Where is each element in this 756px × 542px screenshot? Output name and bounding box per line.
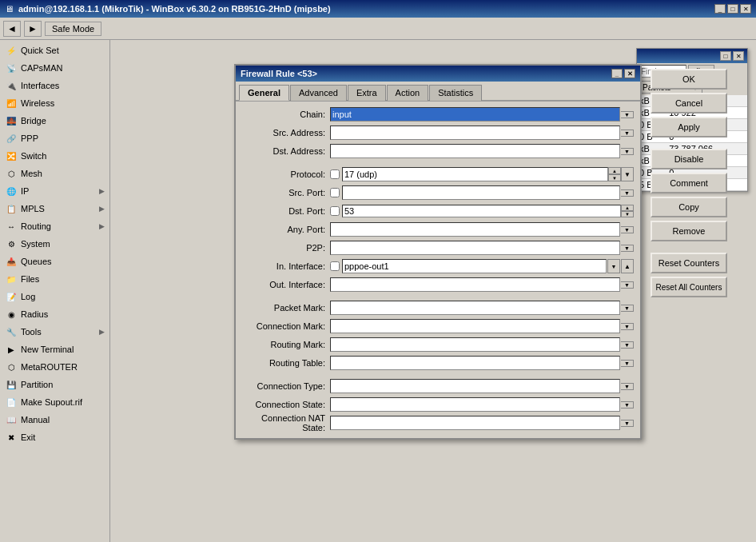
src-address-input[interactable] [330, 126, 620, 140]
src-port-input[interactable] [342, 185, 620, 200]
main-close-btn[interactable]: ✕ [740, 4, 751, 14]
dst-port-down-arrow[interactable]: ▼ [621, 211, 634, 217]
sidebar-item-routing[interactable]: ↔ Routing ▶ [0, 217, 109, 235]
ip-arrow-icon: ▶ [99, 187, 105, 195]
any-port-dropdown-btn[interactable]: ▼ [621, 226, 634, 233]
sidebar-item-make-supout[interactable]: 📄 Make Supout.rif [0, 393, 109, 411]
firewall-rule-dialog: Firewall Rule <53> _ ✕ General Advanced … [234, 64, 642, 440]
routing-table-dropdown-btn[interactable]: ▼ [621, 360, 634, 367]
connection-mark-label: Connection Mark: [242, 321, 330, 331]
bg-close-btn[interactable]: ✕ [733, 51, 744, 61]
dst-address-input[interactable] [330, 144, 620, 158]
chain-dropdown-btn[interactable]: ▼ [621, 111, 634, 118]
dst-address-dropdown-btn[interactable]: ▼ [621, 148, 634, 155]
connection-state-dropdown-btn[interactable]: ▼ [621, 401, 634, 408]
sidebar-item-switch[interactable]: 🔀 Switch [0, 147, 109, 165]
tab-action[interactable]: Action [387, 85, 429, 101]
src-address-dropdown-btn[interactable]: ▼ [621, 130, 634, 137]
connection-nat-state-dropdown-btn[interactable]: ▼ [621, 420, 634, 427]
dst-port-checkbox[interactable] [330, 206, 340, 216]
sidebar-item-bridge[interactable]: 🌉 Bridge [0, 112, 109, 130]
sidebar-item-queues[interactable]: 📥 Queues [0, 253, 109, 270]
in-interface-scroll-btn[interactable]: ▲ [621, 259, 634, 273]
dialog-tabs: General Advanced Extra Action Statistics [236, 82, 640, 102]
ok-button[interactable]: OK [651, 69, 727, 90]
tab-advanced[interactable]: Advanced [290, 85, 347, 101]
protocol-label: Protocol: [242, 169, 330, 179]
bg-restore-btn[interactable]: □ [720, 51, 731, 61]
dst-port-up-arrow[interactable]: ▲ [621, 205, 634, 211]
dialog-minimize-btn[interactable]: _ [611, 69, 623, 78]
wireless-icon: 📶 [5, 97, 18, 110]
packet-mark-dropdown-btn[interactable]: ▼ [621, 305, 634, 312]
routing-mark-dropdown-btn[interactable]: ▼ [621, 341, 634, 349]
out-interface-input[interactable] [330, 277, 620, 292]
sidebar-item-wireless[interactable]: 📶 Wireless [0, 94, 109, 112]
p2p-dropdown-btn[interactable]: ▼ [621, 245, 634, 252]
routing-table-input[interactable] [330, 356, 620, 370]
sidebar-item-capsman[interactable]: 📡 CAPsMAN [0, 59, 109, 77]
protocol-checkbox[interactable] [330, 169, 340, 179]
dst-port-input[interactable] [342, 205, 621, 217]
sidebar-label-queues: Queues [21, 257, 52, 266]
connection-type-input[interactable] [330, 379, 620, 393]
sidebar-item-ip[interactable]: 🌐 IP ▶ [0, 182, 109, 200]
sidebar-item-metarouter[interactable]: ⬡ MetaROUTER [0, 358, 109, 376]
src-port-dropdown-btn[interactable]: ▼ [621, 189, 634, 197]
remove-button[interactable]: Remove [651, 221, 727, 241]
in-interface-select-btn[interactable]: ▼ [607, 259, 620, 273]
sidebar-label-make-supout: Make Supout.rif [21, 397, 82, 407]
sidebar-item-files[interactable]: 📁 Files [0, 270, 109, 288]
packet-mark-input[interactable] [330, 301, 620, 315]
reset-counters-button[interactable]: Reset Counters [651, 253, 727, 273]
sidebar-item-manual[interactable]: 📖 Manual [0, 411, 109, 428]
protocol-down-arrow[interactable]: ▼ [608, 174, 621, 181]
reset-all-counters-button[interactable]: Reset All Counters [651, 277, 727, 297]
sidebar-item-exit[interactable]: ✖ Exit [0, 428, 109, 446]
sidebar-item-ppp[interactable]: 🔗 PPP [0, 130, 109, 147]
sidebar-item-log[interactable]: 📝 Log [0, 288, 109, 305]
connection-nat-state-input[interactable] [330, 416, 620, 430]
tab-extra[interactable]: Extra [348, 85, 386, 101]
routing-mark-input[interactable] [330, 337, 620, 352]
quick-set-icon: ⚡ [5, 44, 18, 57]
sidebar-item-radius[interactable]: ◉ Radius [0, 305, 109, 323]
sidebar-item-mesh[interactable]: ⬡ Mesh [0, 165, 109, 182]
back-button[interactable]: ◄ [3, 21, 21, 37]
main-minimize-btn[interactable]: _ [714, 4, 726, 14]
sidebar-item-new-terminal[interactable]: ▶ New Terminal [0, 341, 109, 358]
sidebar-item-quick-set[interactable]: ⚡ Quick Set [0, 42, 109, 59]
p2p-wrapper: ▼ [330, 241, 634, 255]
chain-input[interactable] [330, 107, 620, 122]
src-port-checkbox[interactable] [330, 188, 340, 197]
copy-button[interactable]: Copy [651, 197, 727, 217]
protocol-dropdown-btn[interactable]: ▼ [621, 167, 634, 181]
main-maximize-btn[interactable]: □ [727, 4, 738, 14]
tab-general[interactable]: General [239, 85, 289, 101]
disable-button[interactable]: Disable [651, 149, 727, 169]
cancel-button[interactable]: Cancel [651, 93, 727, 114]
dialog-close-btn[interactable]: ✕ [624, 69, 635, 78]
forward-button[interactable]: ► [24, 21, 42, 37]
tab-statistics[interactable]: Statistics [429, 85, 482, 101]
in-interface-checkbox[interactable] [330, 261, 340, 271]
protocol-up-arrow[interactable]: ▲ [608, 167, 621, 174]
out-interface-dropdown-btn[interactable]: ▼ [621, 281, 634, 289]
apply-button[interactable]: Apply [651, 117, 727, 137]
safe-mode-button[interactable]: Safe Mode [45, 22, 101, 36]
p2p-input[interactable] [330, 241, 620, 255]
sidebar-item-tools[interactable]: 🔧 Tools ▶ [0, 323, 109, 341]
sidebar-item-system[interactable]: ⚙ System [0, 235, 109, 253]
sidebar-item-partition[interactable]: 💾 Partition [0, 376, 109, 393]
protocol-input[interactable] [342, 167, 608, 181]
connection-mark-input[interactable] [330, 319, 620, 333]
manual-icon: 📖 [5, 413, 18, 426]
sidebar-item-interfaces[interactable]: 🔌 Interfaces [0, 77, 109, 94]
connection-state-input[interactable] [330, 397, 620, 412]
connection-type-dropdown-btn[interactable]: ▼ [621, 383, 634, 390]
in-interface-input[interactable] [342, 259, 607, 273]
any-port-input[interactable] [330, 222, 620, 237]
comment-button[interactable]: Comment [651, 173, 727, 193]
connection-mark-dropdown-btn[interactable]: ▼ [621, 323, 634, 330]
sidebar-item-mpls[interactable]: 📋 MPLS ▶ [0, 200, 109, 217]
